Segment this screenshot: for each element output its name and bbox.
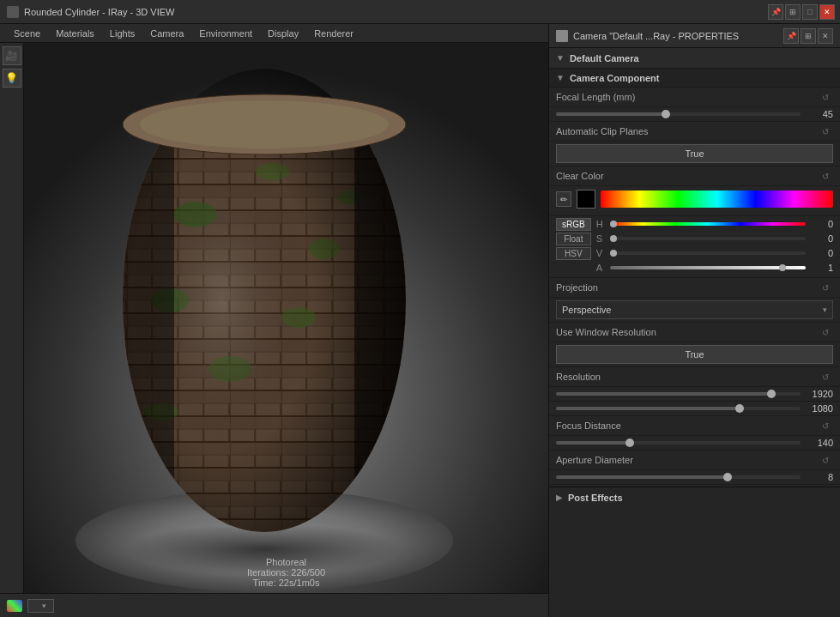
focal-length-slider-track[interactable] — [556, 112, 801, 116]
focus-distance-slider-fill — [556, 441, 630, 445]
focus-distance-row: Focus Distance ↺ — [549, 416, 840, 436]
h-slider-thumb[interactable] — [610, 221, 617, 227]
menu-lights[interactable]: Lights — [103, 27, 142, 40]
auto-clip-true-btn[interactable]: True — [556, 144, 833, 163]
v-slider-thumb[interactable] — [610, 250, 617, 257]
s-slider-row: S 0 — [596, 233, 833, 245]
focal-length-slider-fill — [556, 112, 666, 116]
resolution-reset[interactable]: ↺ — [818, 369, 833, 384]
svg-point-30 — [140, 100, 389, 148]
projection-reset[interactable]: ↺ — [818, 280, 833, 295]
a-value: 1 — [809, 263, 833, 273]
clear-color-label: Clear Color — [556, 171, 818, 181]
props-title-buttons: 📌 ⊞ ✕ — [783, 28, 833, 44]
menu-environment[interactable]: Environment — [192, 27, 259, 40]
color-format-buttons: sRGB Float HSV — [556, 218, 591, 274]
view3d-content[interactable]: Photoreal Iterations: 226/500 Time: 22s/… — [24, 43, 548, 593]
focus-distance-slider-thumb[interactable] — [625, 439, 634, 447]
aperture-diameter-slider-fill — [556, 475, 728, 479]
h-slider-track[interactable] — [610, 222, 806, 226]
menu-scene[interactable]: Scene — [7, 27, 47, 40]
v-value: 0 — [809, 248, 833, 258]
srgb-btn[interactable]: sRGB — [556, 218, 591, 231]
camera-section-label: Default Camera — [570, 53, 639, 64]
subsection-camera-component[interactable]: ▼ Camera Component — [549, 69, 840, 88]
use-window-res-reset[interactable]: ↺ — [818, 324, 833, 340]
projection-label: Projection — [556, 282, 818, 293]
light-toolbar-btn[interactable]: 💡 — [3, 69, 21, 88]
eyedropper-tool[interactable]: ✏ — [556, 191, 571, 207]
use-window-res-btn[interactable]: True — [556, 345, 833, 364]
menu-materials[interactable]: Materials — [49, 27, 101, 40]
focal-length-slider-thumb[interactable] — [662, 110, 670, 118]
focus-distance-reset[interactable]: ↺ — [818, 418, 833, 433]
auto-clip-btn-row: True — [549, 142, 840, 166]
aperture-diameter-label: Aperture Diameter — [556, 455, 818, 465]
clear-color-reset[interactable]: ↺ — [818, 168, 833, 184]
auto-clip-reset[interactable]: ↺ — [818, 124, 833, 139]
props-tile-btn[interactable]: ⊞ — [801, 28, 816, 44]
use-window-res-label: Use Window Resolution — [556, 327, 818, 337]
s-value: 0 — [809, 233, 833, 244]
resolution-slider2-thumb[interactable] — [735, 404, 744, 413]
props-title-text: Camera "Default ...Ray - PROPERTIES — [573, 31, 739, 41]
resolution-row: Resolution ↺ — [549, 367, 840, 387]
menu-display[interactable]: Display — [261, 27, 305, 40]
camera-component-arrow: ▼ — [556, 73, 565, 82]
focal-length-reset[interactable]: ↺ — [818, 89, 833, 105]
s-label: S — [596, 233, 607, 244]
color-spectrum-bar[interactable] — [601, 191, 833, 208]
maximize-button[interactable]: □ — [802, 4, 818, 20]
v-slider-track[interactable] — [610, 251, 806, 255]
resolution-slider1-container: 1920 — [556, 389, 833, 399]
float-btn[interactable]: Float — [556, 233, 591, 245]
props-close-btn[interactable]: ✕ — [818, 28, 833, 44]
title-bar-buttons: 📌 ⊞ □ ✕ — [768, 4, 840, 20]
use-window-res-row: Use Window Resolution ↺ — [549, 323, 840, 342]
aperture-diameter-reset[interactable]: ↺ — [818, 452, 833, 468]
resolution-slider2-track[interactable] — [556, 407, 801, 410]
close-button[interactable]: ✕ — [819, 4, 835, 20]
pin-button[interactable]: 📌 — [768, 4, 783, 20]
focus-distance-value: 140 — [806, 438, 833, 448]
s-slider-thumb[interactable] — [610, 235, 617, 242]
resolution-slider1-fill — [556, 392, 771, 396]
aperture-diameter-row: Aperture Diameter ↺ — [549, 451, 840, 470]
resolution-slider1-thumb[interactable] — [767, 390, 776, 398]
projection-row: Projection ↺ — [549, 278, 840, 298]
focus-distance-slider-track[interactable] — [556, 441, 801, 445]
hsv-sliders: H 0 S 0 — [596, 218, 833, 274]
title-text: Rounded Cylinder - IRay - 3D VIEW — [24, 7, 174, 17]
props-icon — [556, 30, 568, 42]
post-effects-section[interactable]: ▶ Post Effects — [549, 487, 840, 507]
render-time: Time: 22s/1m0s — [31, 578, 541, 588]
camera-toolbar-btn[interactable]: 🎥 — [3, 46, 21, 65]
hsv-btn[interactable]: HSV — [556, 247, 591, 260]
aperture-diameter-slider-row: 8 — [549, 470, 840, 485]
a-slider-thumb[interactable] — [779, 264, 786, 271]
h-label: H — [596, 219, 607, 229]
section-default-camera[interactable]: ▼ Default Camera — [549, 48, 840, 69]
color-profile-selector[interactable]: ▾ — [27, 599, 54, 613]
resolution-slider2-fill — [556, 407, 740, 410]
a-slider-track[interactable] — [610, 266, 806, 269]
focal-length-value: 45 — [806, 109, 833, 119]
resolution-slider1-track[interactable] — [556, 392, 801, 396]
aperture-diameter-slider-container: 8 — [556, 472, 833, 482]
menu-camera[interactable]: Camera — [143, 27, 190, 40]
post-effects-label: Post Effects — [568, 493, 623, 503]
h-value: 0 — [809, 219, 833, 229]
s-slider-track[interactable] — [610, 237, 806, 240]
color-swatch-black[interactable] — [577, 190, 595, 209]
focus-distance-slider-container: 140 — [556, 438, 833, 448]
focus-distance-label: Focus Distance — [556, 420, 818, 431]
props-content: ▼ Default Camera ▼ Camera Component Foca… — [549, 48, 840, 617]
projection-dropdown[interactable]: Perspective ▾ — [556, 300, 833, 319]
props-title-left: Camera "Default ...Ray - PROPERTIES — [556, 30, 739, 42]
aperture-diameter-slider-track[interactable] — [556, 475, 801, 479]
props-title-bar: Camera "Default ...Ray - PROPERTIES 📌 ⊞ … — [549, 24, 840, 48]
props-pin-btn[interactable]: 📌 — [783, 28, 799, 44]
menu-renderer[interactable]: Renderer — [307, 27, 360, 40]
tile-button[interactable]: ⊞ — [785, 4, 801, 20]
aperture-diameter-slider-thumb[interactable] — [723, 473, 732, 481]
